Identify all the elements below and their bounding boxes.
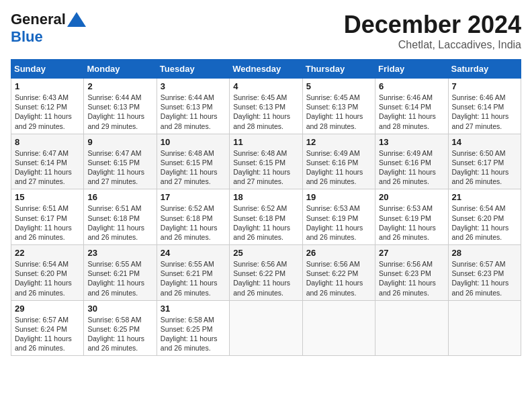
day-number: 20: [379, 192, 444, 202]
location-subtitle: Chetlat, Laccadives, India: [344, 39, 521, 51]
calendar-week-row: 15Sunrise: 6:51 AM Sunset: 6:17 PM Dayli…: [11, 189, 521, 245]
day-info: Sunrise: 6:58 AM Sunset: 6:25 PM Dayligh…: [87, 315, 152, 353]
day-info: Sunrise: 6:55 AM Sunset: 6:21 PM Dayligh…: [87, 259, 152, 298]
title-area: December 2024 Chetlat, Laccadives, India: [344, 11, 521, 51]
calendar-day-cell: 2Sunrise: 6:44 AM Sunset: 6:13 PM Daylig…: [84, 79, 157, 134]
day-info: Sunrise: 6:53 AM Sunset: 6:19 PM Dayligh…: [379, 203, 444, 242]
day-number: 2: [87, 81, 152, 91]
day-number: 31: [161, 304, 226, 314]
day-info: Sunrise: 6:46 AM Sunset: 6:14 PM Dayligh…: [379, 93, 444, 131]
weekday-header-cell: Monday: [84, 60, 157, 79]
day-number: 27: [379, 248, 444, 258]
calendar-day-cell: 31Sunrise: 6:58 AM Sunset: 6:25 PM Dayli…: [157, 300, 229, 356]
weekday-header-cell: Wednesday: [230, 60, 302, 79]
day-info: Sunrise: 6:43 AM Sunset: 6:12 PM Dayligh…: [15, 93, 80, 131]
header: General Blue December 2024 Chetlat, Lacc…: [11, 11, 521, 51]
day-info: Sunrise: 6:52 AM Sunset: 6:18 PM Dayligh…: [161, 203, 226, 242]
day-info: Sunrise: 6:51 AM Sunset: 6:17 PM Dayligh…: [15, 203, 80, 242]
calendar-day-cell: 9Sunrise: 6:47 AM Sunset: 6:15 PM Daylig…: [84, 134, 157, 189]
day-info: Sunrise: 6:45 AM Sunset: 6:13 PM Dayligh…: [306, 93, 371, 131]
logo-text-blue: Blue: [11, 28, 43, 45]
day-number: 5: [306, 81, 371, 91]
logo: General Blue: [11, 11, 86, 46]
month-title: December 2024: [344, 11, 521, 39]
calendar-day-cell: 12Sunrise: 6:49 AM Sunset: 6:16 PM Dayli…: [302, 134, 375, 189]
day-info: Sunrise: 6:49 AM Sunset: 6:16 PM Dayligh…: [306, 148, 371, 187]
day-info: Sunrise: 6:44 AM Sunset: 6:13 PM Dayligh…: [87, 93, 152, 131]
calendar-day-cell: 4Sunrise: 6:45 AM Sunset: 6:13 PM Daylig…: [230, 79, 302, 134]
logo-icon: [67, 12, 86, 27]
calendar-day-cell: 19Sunrise: 6:53 AM Sunset: 6:19 PM Dayli…: [302, 189, 375, 245]
calendar-day-cell: 27Sunrise: 6:56 AM Sunset: 6:23 PM Dayli…: [375, 245, 448, 301]
day-number: 12: [306, 137, 371, 147]
calendar-day-cell: 26Sunrise: 6:56 AM Sunset: 6:22 PM Dayli…: [302, 245, 375, 301]
calendar-day-cell: 29Sunrise: 6:57 AM Sunset: 6:24 PM Dayli…: [11, 300, 84, 356]
day-number: 23: [87, 248, 152, 258]
calendar-day-cell: [375, 300, 448, 356]
day-number: 16: [87, 192, 152, 202]
day-number: 13: [379, 137, 444, 147]
calendar-day-cell: 13Sunrise: 6:49 AM Sunset: 6:16 PM Dayli…: [375, 134, 448, 189]
weekday-header-cell: Saturday: [448, 60, 521, 79]
day-number: 6: [379, 81, 444, 91]
weekday-header-row: SundayMondayTuesdayWednesdayThursdayFrid…: [11, 60, 521, 79]
day-number: 28: [452, 248, 517, 258]
day-info: Sunrise: 6:55 AM Sunset: 6:21 PM Dayligh…: [161, 259, 226, 298]
day-info: Sunrise: 6:48 AM Sunset: 6:15 PM Dayligh…: [161, 148, 226, 187]
day-number: 25: [233, 248, 298, 258]
calendar-day-cell: 25Sunrise: 6:56 AM Sunset: 6:22 PM Dayli…: [230, 245, 302, 301]
day-info: Sunrise: 6:47 AM Sunset: 6:14 PM Dayligh…: [15, 148, 80, 187]
calendar-day-cell: 5Sunrise: 6:45 AM Sunset: 6:13 PM Daylig…: [302, 79, 375, 134]
day-info: Sunrise: 6:57 AM Sunset: 6:24 PM Dayligh…: [15, 315, 80, 353]
calendar-week-row: 1Sunrise: 6:43 AM Sunset: 6:12 PM Daylig…: [11, 79, 521, 134]
weekday-header-cell: Tuesday: [157, 60, 229, 79]
weekday-header-cell: Friday: [375, 60, 448, 79]
day-info: Sunrise: 6:45 AM Sunset: 6:13 PM Dayligh…: [233, 93, 298, 131]
day-number: 7: [452, 81, 517, 91]
day-number: 18: [233, 192, 298, 202]
calendar-day-cell: 17Sunrise: 6:52 AM Sunset: 6:18 PM Dayli…: [157, 189, 229, 245]
day-number: 3: [161, 81, 226, 91]
calendar-day-cell: 11Sunrise: 6:48 AM Sunset: 6:15 PM Dayli…: [230, 134, 302, 189]
day-info: Sunrise: 6:54 AM Sunset: 6:20 PM Dayligh…: [452, 203, 517, 242]
calendar-day-cell: 16Sunrise: 6:51 AM Sunset: 6:18 PM Dayli…: [84, 189, 157, 245]
day-number: 14: [452, 137, 517, 147]
day-info: Sunrise: 6:56 AM Sunset: 6:22 PM Dayligh…: [233, 259, 298, 298]
day-info: Sunrise: 6:49 AM Sunset: 6:16 PM Dayligh…: [379, 148, 444, 187]
day-info: Sunrise: 6:51 AM Sunset: 6:18 PM Dayligh…: [87, 203, 152, 242]
logo-text-general: General: [11, 11, 66, 28]
day-number: 19: [306, 192, 371, 202]
calendar-day-cell: 24Sunrise: 6:55 AM Sunset: 6:21 PM Dayli…: [157, 245, 229, 301]
day-info: Sunrise: 6:46 AM Sunset: 6:14 PM Dayligh…: [452, 93, 517, 131]
day-number: 1: [15, 81, 80, 91]
calendar-day-cell: 21Sunrise: 6:54 AM Sunset: 6:20 PM Dayli…: [448, 189, 521, 245]
day-number: 22: [15, 248, 80, 258]
calendar-day-cell: 23Sunrise: 6:55 AM Sunset: 6:21 PM Dayli…: [84, 245, 157, 301]
day-info: Sunrise: 6:47 AM Sunset: 6:15 PM Dayligh…: [87, 148, 152, 187]
day-number: 15: [15, 192, 80, 202]
day-number: 11: [233, 137, 298, 147]
day-info: Sunrise: 6:58 AM Sunset: 6:25 PM Dayligh…: [161, 315, 226, 353]
day-info: Sunrise: 6:52 AM Sunset: 6:18 PM Dayligh…: [233, 203, 298, 242]
calendar-day-cell: 3Sunrise: 6:44 AM Sunset: 6:13 PM Daylig…: [157, 79, 229, 134]
day-number: 10: [161, 137, 226, 147]
day-info: Sunrise: 6:56 AM Sunset: 6:23 PM Dayligh…: [379, 259, 444, 298]
calendar-day-cell: 18Sunrise: 6:52 AM Sunset: 6:18 PM Dayli…: [230, 189, 302, 245]
calendar-day-cell: 8Sunrise: 6:47 AM Sunset: 6:14 PM Daylig…: [11, 134, 84, 189]
day-number: 17: [161, 192, 226, 202]
calendar-day-cell: 7Sunrise: 6:46 AM Sunset: 6:14 PM Daylig…: [448, 79, 521, 134]
calendar-table: SundayMondayTuesdayWednesdayThursdayFrid…: [11, 59, 521, 356]
day-number: 9: [87, 137, 152, 147]
svg-marker-0: [67, 12, 86, 27]
calendar-body: 1Sunrise: 6:43 AM Sunset: 6:12 PM Daylig…: [11, 79, 521, 356]
calendar-week-row: 22Sunrise: 6:54 AM Sunset: 6:20 PM Dayli…: [11, 245, 521, 301]
day-info: Sunrise: 6:53 AM Sunset: 6:19 PM Dayligh…: [306, 203, 371, 242]
day-info: Sunrise: 6:56 AM Sunset: 6:22 PM Dayligh…: [306, 259, 371, 298]
calendar-day-cell: [302, 300, 375, 356]
day-info: Sunrise: 6:50 AM Sunset: 6:17 PM Dayligh…: [452, 148, 517, 187]
day-number: 24: [161, 248, 226, 258]
calendar-day-cell: 15Sunrise: 6:51 AM Sunset: 6:17 PM Dayli…: [11, 189, 84, 245]
calendar-day-cell: 30Sunrise: 6:58 AM Sunset: 6:25 PM Dayli…: [84, 300, 157, 356]
day-info: Sunrise: 6:57 AM Sunset: 6:23 PM Dayligh…: [452, 259, 517, 298]
day-info: Sunrise: 6:44 AM Sunset: 6:13 PM Dayligh…: [161, 93, 226, 131]
